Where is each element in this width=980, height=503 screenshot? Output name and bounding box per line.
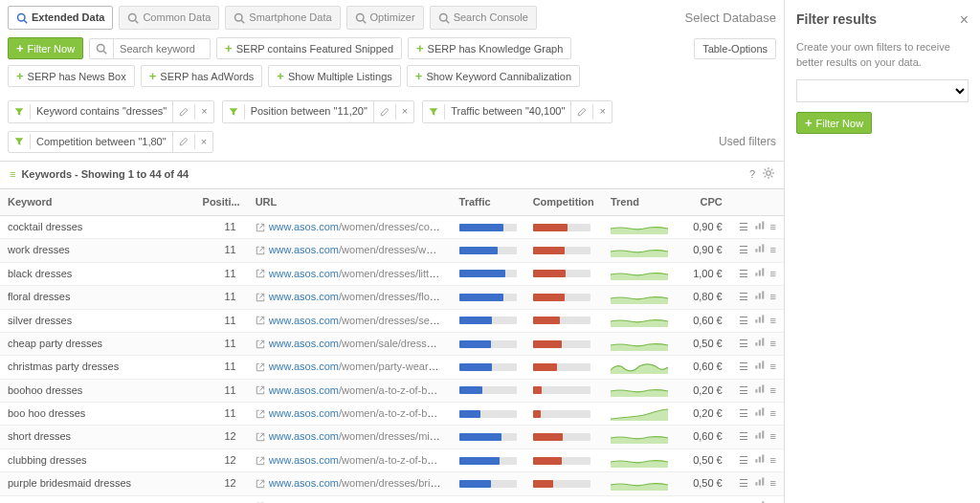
row-menu-icon[interactable]: ☰ bbox=[739, 476, 748, 491]
row-menu-icon[interactable]: ☰ bbox=[739, 337, 748, 351]
help-icon[interactable]: ? bbox=[749, 167, 755, 182]
external-link-icon[interactable] bbox=[256, 409, 265, 419]
row-list-icon[interactable]: ≡ bbox=[770, 243, 776, 257]
url-link[interactable]: www.asos.com/women/a-to-z-of-brands/club… bbox=[269, 453, 441, 468]
remove-filter-icon[interactable]: × bbox=[195, 101, 212, 121]
row-menu-icon[interactable]: ☰ bbox=[739, 383, 748, 398]
row-menu-icon[interactable]: ☰ bbox=[739, 290, 748, 304]
row-list-icon[interactable]: ≡ bbox=[770, 360, 776, 374]
url-link[interactable]: www.asos.com/women/dresses/mini-dresses/… bbox=[269, 429, 441, 444]
col-competition[interactable]: Competition bbox=[525, 189, 603, 216]
url-link[interactable]: www.asos.com/women/dresses/little-black-… bbox=[269, 267, 441, 281]
row-chart-icon[interactable] bbox=[754, 290, 765, 304]
remove-filter-icon[interactable]: × bbox=[396, 101, 413, 121]
row-list-icon[interactable]: ≡ bbox=[770, 337, 776, 351]
tab-smartphone-data[interactable]: Smartphone Data bbox=[225, 6, 340, 30]
col-traffic[interactable]: Traffic bbox=[452, 189, 525, 216]
side-filter-now-button[interactable]: +Filter Now bbox=[796, 112, 872, 134]
cell-keyword[interactable]: boohoo dresses bbox=[0, 379, 194, 402]
url-link[interactable]: www.asos.com/women/dresses/sequin-dresse… bbox=[269, 314, 441, 328]
row-menu-icon[interactable]: ☰ bbox=[739, 360, 748, 374]
row-menu-icon[interactable]: ☰ bbox=[739, 314, 748, 328]
row-chart-icon[interactable] bbox=[754, 500, 765, 503]
external-link-icon[interactable] bbox=[256, 362, 265, 372]
multiple-listings-button[interactable]: +Show Multiple Listings bbox=[268, 65, 400, 87]
table-options-button[interactable]: Table-Options bbox=[694, 38, 776, 59]
url-link[interactable]: www.asos.com/women/dresses/cocktail-dres… bbox=[269, 220, 441, 234]
row-chart-icon[interactable] bbox=[754, 476, 765, 491]
row-chart-icon[interactable] bbox=[754, 314, 765, 328]
col-cpc[interactable]: CPC bbox=[677, 189, 730, 216]
row-list-icon[interactable]: ≡ bbox=[770, 220, 776, 234]
table-scroll[interactable]: Keyword Positi... URL Traffic Competitio… bbox=[0, 189, 784, 503]
edit-filter-icon[interactable] bbox=[374, 104, 396, 120]
cell-keyword[interactable]: silver dresses bbox=[0, 309, 194, 332]
cell-keyword[interactable]: clubbing dresses bbox=[0, 448, 194, 471]
row-menu-icon[interactable]: ☰ bbox=[739, 453, 748, 468]
filter-type-select[interactable] bbox=[796, 79, 969, 102]
cell-keyword[interactable]: boo hoo dresses bbox=[0, 403, 194, 426]
external-link-icon[interactable] bbox=[256, 479, 265, 489]
row-list-icon[interactable]: ≡ bbox=[770, 429, 776, 444]
row-chart-icon[interactable] bbox=[754, 267, 765, 281]
url-link[interactable]: www.asos.com/women/dresses/workwear-dre.… bbox=[269, 243, 441, 257]
serp-knowledge-button[interactable]: +SERP has Knowledge Graph bbox=[408, 37, 571, 59]
external-link-icon[interactable] bbox=[256, 246, 265, 255]
row-list-icon[interactable]: ≡ bbox=[770, 453, 776, 468]
row-chart-icon[interactable] bbox=[754, 360, 765, 374]
serp-news-button[interactable]: +SERP has News Box bbox=[8, 65, 135, 87]
row-chart-icon[interactable] bbox=[754, 337, 765, 351]
cell-keyword[interactable]: floral dresses bbox=[0, 286, 194, 309]
url-link[interactable]: www.asos.com/women/dresses/bridesmaid-dr… bbox=[269, 476, 441, 491]
row-chart-icon[interactable] bbox=[754, 453, 765, 468]
row-chart-icon[interactable] bbox=[754, 220, 765, 234]
col-position[interactable]: Positi... bbox=[194, 189, 248, 216]
external-link-icon[interactable] bbox=[256, 316, 265, 325]
row-chart-icon[interactable] bbox=[754, 429, 765, 444]
col-trend[interactable]: Trend bbox=[603, 189, 677, 216]
list-icon[interactable]: ≡ bbox=[10, 167, 15, 182]
row-menu-icon[interactable]: ☰ bbox=[739, 267, 748, 281]
remove-filter-icon[interactable]: × bbox=[195, 132, 212, 152]
col-keyword[interactable]: Keyword bbox=[0, 189, 194, 216]
row-chart-icon[interactable] bbox=[754, 383, 765, 398]
col-url[interactable]: URL bbox=[248, 189, 452, 216]
row-chart-icon[interactable] bbox=[754, 243, 765, 257]
row-menu-icon[interactable]: ☰ bbox=[739, 500, 748, 503]
row-list-icon[interactable]: ≡ bbox=[770, 476, 776, 491]
cell-keyword[interactable]: black dresses bbox=[0, 262, 194, 285]
external-link-icon[interactable] bbox=[256, 339, 265, 349]
external-link-icon[interactable] bbox=[256, 293, 265, 302]
external-link-icon[interactable] bbox=[256, 223, 265, 232]
serp-featured-button[interactable]: +SERP contains Featured Snipped bbox=[216, 37, 402, 59]
cell-keyword[interactable]: purple bridesmaid dresses bbox=[0, 472, 194, 495]
external-link-icon[interactable] bbox=[256, 385, 265, 395]
search-input[interactable] bbox=[114, 39, 210, 58]
external-link-icon[interactable] bbox=[256, 269, 265, 278]
used-filters-link[interactable]: Used filters bbox=[719, 134, 776, 150]
tab-optimizer[interactable]: Optimizer bbox=[346, 6, 424, 30]
tab-common-data[interactable]: Common Data bbox=[119, 6, 219, 30]
tab-extended-data[interactable]: Extended Data bbox=[8, 6, 113, 30]
cell-keyword[interactable]: work dresses bbox=[0, 239, 194, 262]
cell-keyword[interactable]: christmas dresses bbox=[0, 495, 194, 503]
remove-filter-icon[interactable]: × bbox=[593, 101, 611, 121]
tab-search-console[interactable]: Search Console bbox=[430, 6, 537, 30]
external-link-icon[interactable] bbox=[256, 456, 265, 466]
external-link-icon[interactable] bbox=[256, 432, 265, 442]
select-database[interactable]: Select Database bbox=[685, 10, 776, 27]
gear-icon[interactable] bbox=[763, 167, 774, 182]
row-menu-icon[interactable]: ☰ bbox=[739, 406, 748, 421]
row-menu-icon[interactable]: ☰ bbox=[739, 220, 748, 234]
row-list-icon[interactable]: ≡ bbox=[770, 314, 776, 328]
cell-keyword[interactable]: christmas party dresses bbox=[0, 356, 194, 379]
url-link[interactable]: www.asos.com/women/party-wear/cat/?cid=1… bbox=[269, 500, 441, 503]
edit-filter-icon[interactable] bbox=[173, 104, 195, 120]
url-link[interactable]: www.asos.com/women/sale/dresses/party-dr… bbox=[269, 337, 441, 351]
row-list-icon[interactable]: ≡ bbox=[770, 406, 776, 421]
filter-now-button[interactable]: +Filter Now bbox=[8, 37, 83, 59]
row-chart-icon[interactable] bbox=[754, 406, 765, 421]
row-menu-icon[interactable]: ☰ bbox=[739, 429, 748, 444]
edit-filter-icon[interactable] bbox=[571, 104, 593, 120]
serp-adwords-button[interactable]: +SERP has AdWords bbox=[141, 65, 263, 87]
